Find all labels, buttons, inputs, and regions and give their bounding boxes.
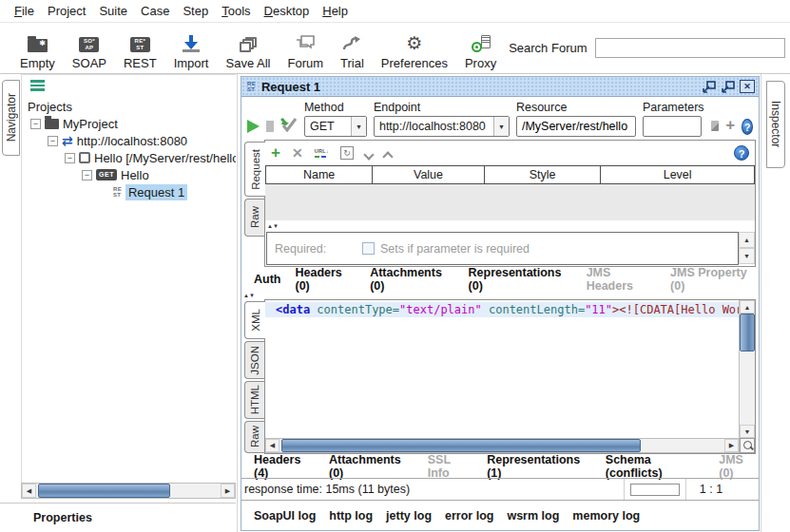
tree-item-myproject[interactable]: MyProject <box>30 115 236 132</box>
save-all-button[interactable]: Save All <box>217 27 279 70</box>
response-horizontal-scrollbar[interactable]: ◀ ▶ <box>265 438 739 453</box>
add-param-from-url-icon[interactable]: + <box>725 118 735 133</box>
scroll-left-icon[interactable]: ◀ <box>22 484 36 498</box>
preferences-button[interactable]: ⚙ Preferences <box>373 27 456 70</box>
tab-attachments[interactable]: Attachments (0) <box>370 266 453 293</box>
menu-suite[interactable]: Suite <box>92 4 134 18</box>
restore-window-icon[interactable] <box>721 81 735 93</box>
tab-xml[interactable]: XML <box>244 301 265 339</box>
tab-raw-request[interactable]: Raw <box>244 199 264 237</box>
update-params-icon[interactable] <box>711 121 720 131</box>
tab-auth[interactable]: Auth <box>254 273 280 286</box>
remove-param-icon[interactable]: ✕ <box>292 145 303 161</box>
proxy-button[interactable]: Proxy <box>456 27 505 70</box>
tab-properties[interactable]: Properties <box>0 504 236 532</box>
rest-request-icon: REST <box>247 81 256 92</box>
tab-soapui-log[interactable]: SoapUI log <box>254 509 316 522</box>
add-param-icon[interactable]: + <box>271 145 280 161</box>
scroll-up-icon[interactable]: ▲ <box>739 232 755 248</box>
search-forum-input[interactable] <box>595 38 785 58</box>
scrollbar-thumb[interactable] <box>38 484 170 498</box>
resubmit-request-icon[interactable] <box>280 117 298 135</box>
tab-memory-log[interactable]: memory log <box>572 509 640 522</box>
tree-item-hello-method[interactable]: GET Hello <box>82 166 236 183</box>
menu-tools[interactable]: Tools <box>215 4 257 18</box>
collapse-expander-icon[interactable] <box>65 153 75 163</box>
tab-headers[interactable]: Headers (0) <box>295 266 356 293</box>
tree-options-icon[interactable] <box>30 80 236 91</box>
menu-help[interactable]: Help <box>316 4 355 18</box>
tab-error-log[interactable]: error log <box>445 509 493 522</box>
tab-wsrm-log[interactable]: wsrm log <box>507 509 559 522</box>
tab-jetty-log[interactable]: jetty log <box>386 509 432 522</box>
scroll-left-icon[interactable]: ◀ <box>265 439 279 452</box>
resource-input[interactable] <box>516 116 636 137</box>
column-header-name[interactable]: Name <box>265 165 373 184</box>
column-header-value[interactable]: Value <box>372 165 484 184</box>
required-checkbox[interactable] <box>362 242 375 255</box>
help-icon[interactable]: ? <box>742 119 753 135</box>
minimize-window-icon[interactable] <box>702 81 716 93</box>
empty-project-button[interactable]: ✱ Empty <box>11 27 64 70</box>
response-vertical-scrollbar[interactable]: ▲ ▼ <box>739 300 755 453</box>
tab-json[interactable]: JSON <box>244 341 264 379</box>
update-params-from-url-icon[interactable]: URL↓ <box>315 148 329 158</box>
collapse-expander-icon[interactable] <box>30 119 41 129</box>
tab-html[interactable]: HTML <box>244 381 264 419</box>
collapse-expander-icon[interactable] <box>82 170 92 180</box>
scroll-up-icon[interactable]: ▲ <box>740 300 755 314</box>
splitter-handle-icon[interactable]: ▲▼ <box>241 292 759 299</box>
tree-item-projects[interactable]: Projects <box>22 98 236 115</box>
move-param-down-icon[interactable] <box>365 149 373 157</box>
column-header-style[interactable]: Style <box>484 165 602 184</box>
request-window-titlebar[interactable]: REST Request 1 ✕ <box>241 77 759 97</box>
parameters-input[interactable] <box>643 116 702 137</box>
menu-desktop[interactable]: Desktop <box>258 4 317 18</box>
tree-item-localhost-service[interactable]: ⇄ http://localhost:8080 <box>48 132 236 149</box>
tab-representations[interactable]: Representations (0) <box>469 266 572 293</box>
splitter-handle-icon[interactable]: ▲▼ <box>265 220 755 232</box>
magnifier-icon zoom-icon[interactable] <box>740 438 755 453</box>
trial-button[interactable]: Trial <box>332 27 373 70</box>
endpoint-select[interactable]: http://localhost:8080 ▼ <box>374 116 510 137</box>
import-project-button[interactable]: Import <box>165 27 218 70</box>
close-window-icon[interactable]: ✕ <box>740 80 755 93</box>
menu-file[interactable]: File <box>8 4 41 18</box>
soap-project-button[interactable]: SO*AP SOAP <box>64 27 115 70</box>
tree-item-hello-resource[interactable]: Hello [/MyServer/rest/hello <box>65 149 236 166</box>
response-xml-editor[interactable]: <data contentType="text/plain" contentLe… <box>265 300 739 438</box>
tab-request[interactable]: Request <box>244 142 265 197</box>
tab-response-headers[interactable]: Headers (4) <box>254 453 315 480</box>
menu-project[interactable]: Project <box>41 4 92 18</box>
move-param-up-icon[interactable] <box>384 149 392 157</box>
menu-case[interactable]: Case <box>134 4 176 18</box>
menu-step[interactable]: Step <box>176 4 215 18</box>
tab-response-attachments[interactable]: Attachments (0) <box>329 453 414 480</box>
column-header-level[interactable]: Level <box>600 165 755 184</box>
tree-item-request-1[interactable]: REST Request 1 <box>99 183 236 200</box>
help-icon[interactable]: ? <box>734 145 749 161</box>
submit-request-icon play-icon[interactable] <box>247 120 260 133</box>
scroll-down-icon[interactable]: ▼ <box>739 248 755 264</box>
tab-raw-response[interactable]: Raw <box>244 421 264 453</box>
method-select[interactable]: GET ▼ <box>304 116 367 137</box>
tab-inspector[interactable]: Inspector <box>766 81 785 168</box>
scroll-right-icon[interactable]: ▶ <box>221 484 235 498</box>
tab-navigator[interactable]: Navigator <box>2 80 20 156</box>
rest-request-icon: REST <box>113 186 122 198</box>
scroll-right-icon[interactable]: ▶ <box>724 439 739 452</box>
forum-button[interactable]: Forum <box>279 27 332 70</box>
collapse-expander-icon[interactable] <box>48 136 58 146</box>
scrollbar-thumb[interactable] <box>740 314 755 352</box>
scrollbar-thumb[interactable] <box>281 439 641 452</box>
params-table-body[interactable] <box>265 184 755 220</box>
rest-project-button[interactable]: RE*ST REST <box>115 27 165 70</box>
cancel-request-icon stop-icon[interactable] <box>266 121 274 132</box>
tab-response-representations[interactable]: Representations (1) <box>487 453 591 480</box>
scroll-down-icon[interactable]: ▼ <box>740 425 755 438</box>
tab-http-log[interactable]: http log <box>329 509 373 522</box>
refresh-params-icon[interactable]: ↻ <box>340 146 354 160</box>
panel-splitter[interactable] <box>237 74 238 532</box>
navigator-horizontal-scrollbar[interactable]: ◀ ▶ <box>21 483 236 499</box>
tab-schema[interactable]: Schema (conflicts) <box>606 453 704 480</box>
